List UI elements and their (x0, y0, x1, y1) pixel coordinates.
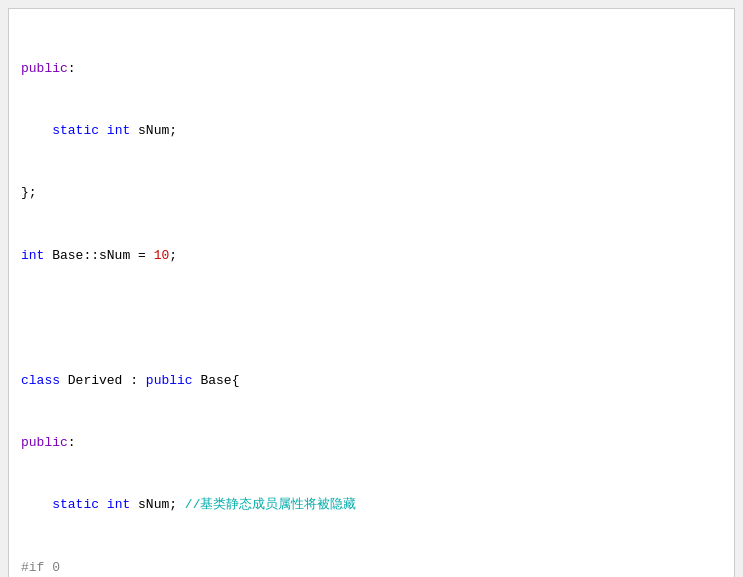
line-8: static int sNum; //基类静态成员属性将被隐藏 (21, 495, 722, 516)
line-3: }; (21, 183, 722, 204)
line-1: public: (21, 59, 722, 80)
line-5 (21, 308, 722, 329)
code-content: public: static int sNum; }; int Base::sN… (9, 9, 734, 577)
line-7: public: (21, 433, 722, 454)
code-window: public: static int sNum; }; int Base::sN… (8, 8, 735, 577)
line-6: class Derived : public Base{ (21, 371, 722, 392)
line-2: static int sNum; (21, 121, 722, 142)
line-9: #if 0 (21, 558, 722, 577)
line-4: int Base::sNum = 10; (21, 246, 722, 267)
